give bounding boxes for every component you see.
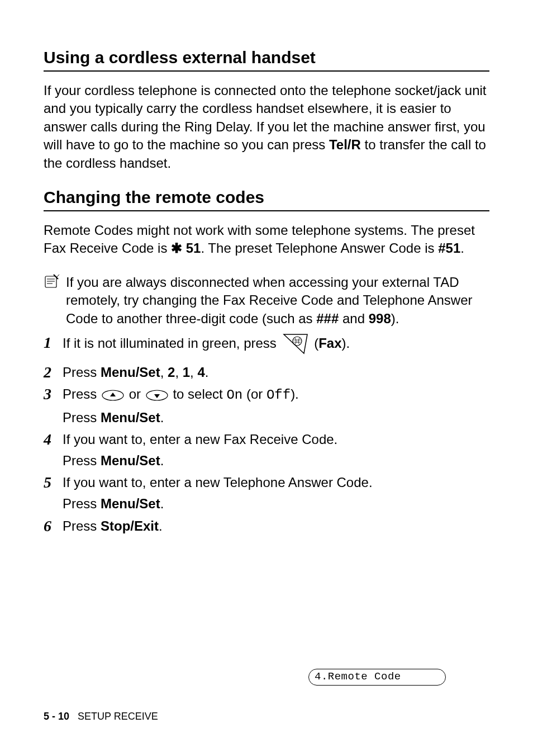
text: to select: [173, 386, 226, 401]
text: Press: [63, 365, 101, 380]
text: If it is not illuminated in green, press: [63, 336, 280, 351]
option-off: Off: [266, 388, 291, 403]
text: (: [314, 336, 318, 351]
note-block: If you are always disconnected when acce…: [44, 273, 489, 328]
text: Press: [63, 386, 101, 401]
fax-mode-icon: [283, 333, 308, 360]
key-fax: Fax: [318, 336, 341, 351]
step-1: 1 If it is not illuminated in green, pre…: [44, 333, 489, 360]
text: .: [460, 240, 464, 256]
section-heading-1: Using a cordless external handset: [44, 48, 489, 72]
footer-title: SETUP RECEIVE: [78, 711, 158, 722]
svg-marker-8: [110, 393, 116, 396]
step-5: 5 If you want to, enter a new Telephone …: [44, 473, 489, 513]
steps-container: 1 If it is not illuminated in green, pre…: [44, 333, 489, 535]
step-number: 4: [44, 430, 63, 448]
text: If you want to, enter a new Fax Receive …: [63, 432, 337, 447]
text: .: [160, 496, 164, 511]
code-998: 998: [369, 311, 391, 326]
step-2: 2 Press Menu/Set, 2, 1, 4.: [44, 363, 489, 382]
page-number: 5 - 10: [44, 711, 69, 722]
star-icon: ✱: [171, 240, 182, 256]
text: .: [159, 518, 163, 533]
text: ).: [342, 336, 350, 351]
step-4: 4 If you want to, enter a new Fax Receiv…: [44, 430, 489, 470]
key-menuset: Menu/Set: [101, 365, 160, 380]
step-3: 3 Press or: [44, 385, 489, 427]
note-text: If you are always disconnected when acce…: [66, 273, 489, 328]
step-number: 3: [44, 385, 63, 403]
code-hashes: ###: [316, 311, 339, 326]
key-telr: Tel/R: [329, 137, 361, 152]
svg-marker-10: [154, 394, 160, 398]
code-51: 51: [182, 240, 201, 256]
text: ,: [175, 365, 182, 380]
text: Press: [63, 496, 101, 511]
text: .: [160, 453, 164, 468]
text: .: [160, 410, 164, 425]
text: ,: [190, 365, 197, 380]
key-2: 2: [168, 365, 175, 380]
step-6: 6 Press Stop/Exit.: [44, 517, 489, 536]
lcd-display: 4.Remote Code: [308, 669, 446, 686]
text: and: [339, 311, 368, 326]
key-stopexit: Stop/Exit: [101, 518, 159, 533]
section2-intro: Remote Codes might not work with some te…: [44, 221, 489, 258]
up-button-icon: [102, 387, 124, 406]
text: Press: [63, 518, 101, 533]
text: .: [205, 365, 209, 380]
key-menuset: Menu/Set: [101, 496, 160, 511]
step-number: 2: [44, 363, 63, 381]
text: Press: [63, 410, 101, 425]
down-button-icon: [146, 387, 168, 406]
step-number: 6: [44, 517, 63, 535]
text: Press: [63, 453, 101, 468]
note-icon: [44, 273, 63, 292]
key-4: 4: [197, 365, 204, 380]
text: If you want to, enter a new Telephone An…: [63, 475, 373, 490]
step-number: 5: [44, 473, 63, 492]
section1-paragraph: If your cordless telephone is connected …: [44, 82, 489, 172]
key-1: 1: [183, 365, 190, 380]
text: or: [129, 386, 145, 401]
svg-rect-0: [45, 276, 56, 287]
text: . The preset Telephone Answer Code is: [201, 240, 438, 256]
svg-point-4: [293, 337, 302, 346]
key-menuset: Menu/Set: [101, 410, 160, 425]
text: ).: [291, 386, 299, 401]
page-footer: 5 - 10 SETUP RECEIVE: [44, 711, 158, 722]
option-on: On: [226, 388, 242, 403]
step-number: 1: [44, 333, 63, 352]
text: ,: [160, 365, 168, 380]
section-heading-2: Changing the remote codes: [44, 188, 489, 211]
text: (or: [242, 386, 266, 401]
key-menuset: Menu/Set: [101, 453, 160, 468]
text: ).: [391, 311, 399, 326]
code-hash51: #51: [438, 240, 460, 256]
page: Using a cordless external handset If you…: [0, 0, 533, 756]
text: If you are always disconnected when acce…: [66, 275, 473, 326]
